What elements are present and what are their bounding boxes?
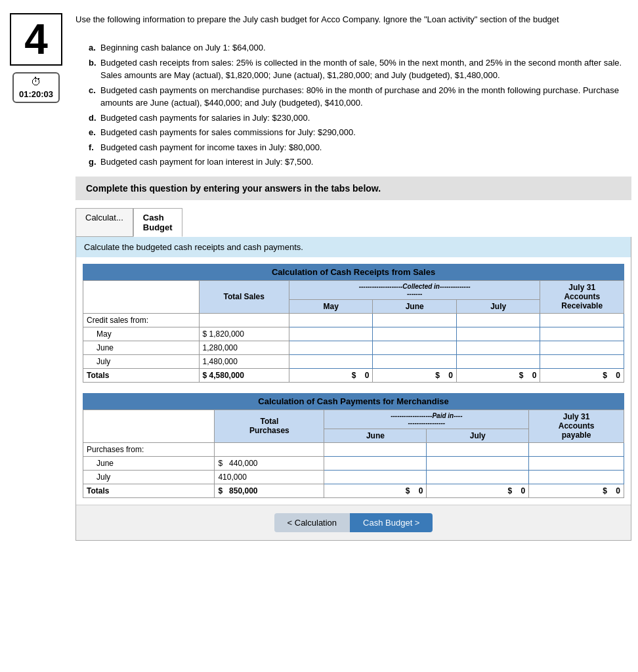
tab-cash-budget[interactable]: CashBudget [133, 208, 182, 237]
purchases-july-input[interactable] [427, 442, 529, 456]
credit-sales-june-input[interactable] [373, 313, 457, 327]
receipts-col-collected: --------------------Collected in--------… [289, 280, 540, 299]
merch-totals-june: $ 0 [324, 484, 427, 497]
purchases-ap-input[interactable] [529, 442, 624, 456]
purchases-from-total [215, 442, 324, 456]
item-e: e. Budgeted cash payments for sales comm… [89, 126, 631, 139]
totals-row: Totals $ 850,000 $ 0 $ 0 $ 0 [83, 484, 624, 497]
merchandise-title: Calculation of Cash Payments for Merchan… [83, 393, 624, 410]
timer-display: 01:20:03 [19, 89, 53, 99]
merch-col-june: June [324, 429, 427, 442]
merch-col-ap: July 31Accountspayable [529, 410, 624, 442]
june-label: June [83, 341, 200, 354]
right-column: Use the following information to prepare… [75, 13, 631, 541]
totals-total: $ 4,580,000 [199, 368, 289, 382]
june-purchase-july-input[interactable] [427, 456, 529, 470]
merch-totals-july: $ 0 [427, 484, 529, 497]
question-number: 4 [10, 13, 62, 66]
receipts-col-ar: July 31AccountsReceivable [540, 280, 624, 313]
complete-banner: Complete this question by entering your … [75, 177, 631, 200]
july-purchase-june-input[interactable] [324, 470, 427, 484]
tabs-container: Calculat... CashBudget [75, 208, 631, 237]
july-purchase-ap-input[interactable] [529, 470, 624, 484]
totals-label: Totals [83, 368, 200, 382]
merchandise-table: TotalPurchases -------------------Paid i… [83, 410, 624, 498]
receipts-col-total-sales: Total Sales [199, 280, 289, 313]
item-a: a. Beginning cash balance on July 1: $64… [89, 41, 631, 54]
table-row: June $ 440,000 [83, 456, 624, 470]
june-ar-input[interactable] [540, 341, 624, 354]
june-july-input[interactable] [456, 341, 540, 354]
merch-col-label [83, 410, 215, 442]
timer-icon: ⏱ [31, 76, 41, 88]
calc-section: Calculation of Cash Receipts from Sales [76, 257, 631, 505]
june-purchase-label: June [83, 456, 215, 470]
merch-col-july: July [427, 429, 529, 442]
question-intro: Use the following information to prepare… [75, 13, 631, 26]
may-july-input[interactable] [456, 327, 540, 341]
totals-ar: $ 0 [540, 368, 624, 382]
merch-totals-total: $ 850,000 [215, 484, 324, 497]
receipts-table: Total Sales --------------------Collecte… [83, 280, 624, 383]
table-row: Credit sales from: [83, 313, 624, 327]
credit-sales-total [199, 313, 289, 327]
receipts-col-may: May [289, 299, 373, 313]
table-row: July 1,480,000 [83, 354, 624, 368]
receipts-col-june: June [373, 299, 457, 313]
item-d: d. Budgeted cash payments for salaries i… [89, 112, 631, 125]
july-ar-input[interactable] [540, 354, 624, 368]
july-june-input[interactable] [373, 354, 457, 368]
july-july-input[interactable] [456, 354, 540, 368]
may-label: May [83, 327, 200, 341]
sub-header: Calculate the budgeted cash receipts and… [76, 237, 631, 257]
june-may-input[interactable] [289, 341, 373, 354]
june-june-input[interactable] [373, 341, 457, 354]
prev-button[interactable]: < Calculation [274, 513, 351, 532]
purchases-june-input[interactable] [324, 442, 427, 456]
receipts-section: Calculation of Cash Receipts from Sales [83, 264, 624, 383]
july-purchase-july-input[interactable] [427, 470, 529, 484]
table-row: May $ 1,820,000 [83, 327, 624, 341]
tab-content: Calculate the budgeted cash receipts and… [75, 237, 631, 541]
question-text: Use the following information to prepare… [75, 13, 631, 169]
merch-col-total: TotalPurchases [215, 410, 324, 442]
july-label: July [83, 354, 200, 368]
receipts-col-label [83, 280, 200, 313]
june-total: 1,280,000 [199, 341, 289, 354]
merch-totals-label: Totals [83, 484, 215, 497]
receipts-title: Calculation of Cash Receipts from Sales [83, 264, 624, 280]
july-may-input[interactable] [289, 354, 373, 368]
left-column: 4 ⏱ 01:20:03 [7, 13, 66, 541]
june-purchase-ap-input[interactable] [529, 456, 624, 470]
credit-sales-label: Credit sales from: [83, 313, 200, 327]
merch-col-paid: -------------------Paid in--------------… [324, 410, 529, 429]
credit-sales-may-input[interactable] [289, 313, 373, 327]
totals-july: $ 0 [456, 368, 540, 382]
totals-may: $ 0 [289, 368, 373, 382]
item-g: g. Budgeted cash payment for loan intere… [89, 156, 631, 169]
june-purchase-june-input[interactable] [324, 456, 427, 470]
merchandise-section: Calculation of Cash Payments for Merchan… [83, 393, 624, 498]
merch-totals-ap: $ 0 [529, 484, 624, 497]
totals-june: $ 0 [373, 368, 457, 382]
credit-sales-july-input[interactable] [456, 313, 540, 327]
table-row: July 410,000 [83, 470, 624, 484]
nav-buttons: < Calculation Cash Budget > [76, 505, 631, 540]
receipts-col-july: July [456, 299, 540, 313]
may-may-input[interactable] [289, 327, 373, 341]
may-total: $ 1,820,000 [199, 327, 289, 341]
table-row: Purchases from: [83, 442, 624, 456]
credit-sales-ar-input[interactable] [540, 313, 624, 327]
july-purchase-label: July [83, 470, 215, 484]
june-purchase-total: $ 440,000 [215, 456, 324, 470]
may-ar-input[interactable] [540, 327, 624, 341]
july-purchase-total: 410,000 [215, 470, 324, 484]
purchases-from-label: Purchases from: [83, 442, 215, 456]
table-row: June 1,280,000 [83, 341, 624, 354]
may-june-input[interactable] [373, 327, 457, 341]
july-total: 1,480,000 [199, 354, 289, 368]
next-button[interactable]: Cash Budget > [350, 513, 433, 532]
item-b: b. Budgeted cash receipts from sales: 25… [89, 56, 631, 82]
tab-calculation[interactable]: Calculat... [75, 208, 133, 237]
item-f: f. Budgeted cash payment for income taxe… [89, 141, 631, 154]
